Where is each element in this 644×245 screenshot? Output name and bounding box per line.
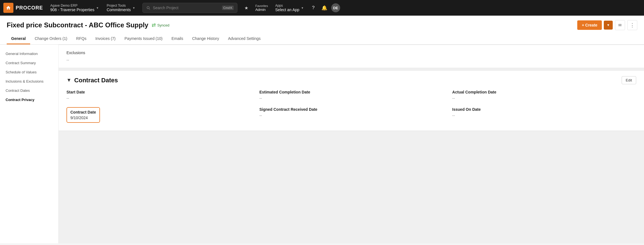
- select-app-label: Select an App: [275, 8, 299, 12]
- main-content: Exclusions -- ▼ Contract Dates Edit Star…: [59, 45, 644, 243]
- home-button[interactable]: [3, 3, 13, 13]
- favorites-star-icon[interactable]: ★: [242, 3, 251, 12]
- signed-contract-field: Signed Contract Received Date --: [259, 107, 443, 123]
- apps-chevron-icon: ▼: [301, 6, 304, 9]
- page-title: Fixed price Subcontract - ABC Office Sup…: [7, 21, 170, 29]
- tab-change-orders[interactable]: Change Orders (1): [30, 33, 72, 44]
- sidebar-item-general-information[interactable]: General Information: [0, 49, 58, 58]
- page-tabs: General Change Orders (1) RFQs Invoices …: [7, 33, 637, 44]
- admin-label: Admin: [255, 8, 266, 12]
- start-date-field: Start Date --: [66, 90, 251, 100]
- apps-dropdown[interactable]: Apps Select an App ▼: [272, 2, 306, 14]
- sidebar-item-contract-privacy[interactable]: Contract Privacy: [0, 95, 58, 104]
- contract-dates-collapse-icon[interactable]: ▼: [66, 77, 71, 83]
- actual-completion-field: Actual Completion Date --: [452, 90, 636, 100]
- tab-emails[interactable]: Emails: [167, 33, 188, 44]
- help-button[interactable]: ?: [309, 3, 318, 12]
- issued-on-field: Issued On Date --: [452, 107, 636, 123]
- company-name: Agave Demo ERP: [50, 4, 77, 8]
- signed-contract-label: Signed Contract Received Date: [259, 107, 443, 112]
- actual-completion-value: --: [452, 96, 636, 100]
- email-button[interactable]: ✉: [615, 20, 625, 30]
- contract-dates-title: Contract Dates: [74, 77, 118, 84]
- tab-invoices[interactable]: Invoices (7): [91, 33, 120, 44]
- create-button[interactable]: + Create: [577, 20, 602, 30]
- synced-badge: ⇄ Synced: [152, 22, 169, 28]
- contract-date-highlighted-box: Contract Date 9/10/2024: [66, 107, 100, 123]
- search-keyboard-shortcut: Cmd K: [222, 6, 234, 10]
- sync-icon: ⇄: [152, 22, 156, 28]
- tab-payments-issued[interactable]: Payments Issued (10): [120, 33, 167, 44]
- favorites-label: Favorites: [255, 4, 268, 8]
- exclusions-value: --: [66, 58, 636, 62]
- issued-on-value: --: [452, 113, 636, 118]
- estimated-completion-label: Estimated Completion Date: [259, 90, 443, 94]
- search-input[interactable]: [153, 6, 220, 10]
- company-chevron-icon: ▼: [96, 6, 99, 9]
- exclusions-label: Exclusions: [66, 51, 636, 55]
- tab-advanced-settings[interactable]: Advanced Settings: [223, 33, 265, 44]
- apps-label: Apps: [275, 4, 283, 8]
- create-dropdown-button[interactable]: ▼: [604, 21, 613, 30]
- page-title-text: Fixed price Subcontract - ABC Office Sup…: [7, 21, 148, 29]
- project-tools-chevron-icon: ▼: [132, 6, 135, 9]
- synced-label: Synced: [157, 23, 169, 27]
- sidebar: General Information Contract Summary Sch…: [0, 45, 59, 243]
- commitments-label: Commitments: [107, 8, 131, 12]
- tab-change-history[interactable]: Change History: [188, 33, 224, 44]
- contract-date-field: Contract Date 9/10/2024: [66, 107, 251, 123]
- contract-dates-section: ▼ Contract Dates Edit Start Date -- Esti…: [59, 70, 644, 131]
- tab-rfqs[interactable]: RFQs: [72, 33, 91, 44]
- sidebar-item-contract-dates[interactable]: Contract Dates: [0, 86, 58, 95]
- company-dropdown[interactable]: Agave Demo ERP 908 - Traverse Properties…: [47, 2, 102, 14]
- project-name: 908 - Traverse Properties: [50, 8, 94, 12]
- start-date-value: --: [66, 96, 251, 100]
- header-actions: + Create ▼ ✉ ⋮: [577, 20, 637, 30]
- exclusions-section: Exclusions --: [59, 45, 644, 68]
- contract-date-label: Contract Date: [70, 110, 96, 114]
- signed-contract-value: --: [259, 113, 443, 118]
- contract-dates-edit-button[interactable]: Edit: [622, 76, 636, 84]
- estimated-completion-value: --: [259, 96, 443, 100]
- page-header: Fixed price Subcontract - ABC Office Sup…: [0, 16, 644, 45]
- project-tools-dropdown[interactable]: Project Tools Commitments ▼: [104, 2, 138, 14]
- search-icon: [146, 6, 151, 10]
- top-navigation: PROCORE Agave Demo ERP 908 - Traverse Pr…: [0, 0, 644, 16]
- content-layout: General Information Contract Summary Sch…: [0, 45, 644, 243]
- project-tools-label: Project Tools: [107, 4, 126, 8]
- start-date-label: Start Date: [66, 90, 251, 94]
- user-avatar[interactable]: DE: [331, 3, 340, 12]
- sidebar-item-contract-summary[interactable]: Contract Summary: [0, 58, 58, 68]
- favorites-dropdown[interactable]: Favorites Admin: [253, 4, 270, 12]
- estimated-completion-field: Estimated Completion Date --: [259, 90, 443, 100]
- actual-completion-label: Actual Completion Date: [452, 90, 636, 94]
- tab-general[interactable]: General: [7, 33, 30, 44]
- sidebar-item-schedule-of-values[interactable]: Schedule of Values: [0, 68, 58, 77]
- contract-date-value: 9/10/2024: [70, 116, 96, 120]
- issued-on-label: Issued On Date: [452, 107, 636, 112]
- search-bar[interactable]: Cmd K: [142, 3, 237, 13]
- notifications-button[interactable]: 🔔: [320, 3, 329, 12]
- more-options-button[interactable]: ⋮: [627, 20, 637, 30]
- dates-grid: Start Date -- Estimated Completion Date …: [66, 90, 636, 123]
- sidebar-item-inclusions-exclusions[interactable]: Inclusions & Exclusions: [0, 77, 58, 86]
- procore-logo: PROCORE: [16, 5, 43, 11]
